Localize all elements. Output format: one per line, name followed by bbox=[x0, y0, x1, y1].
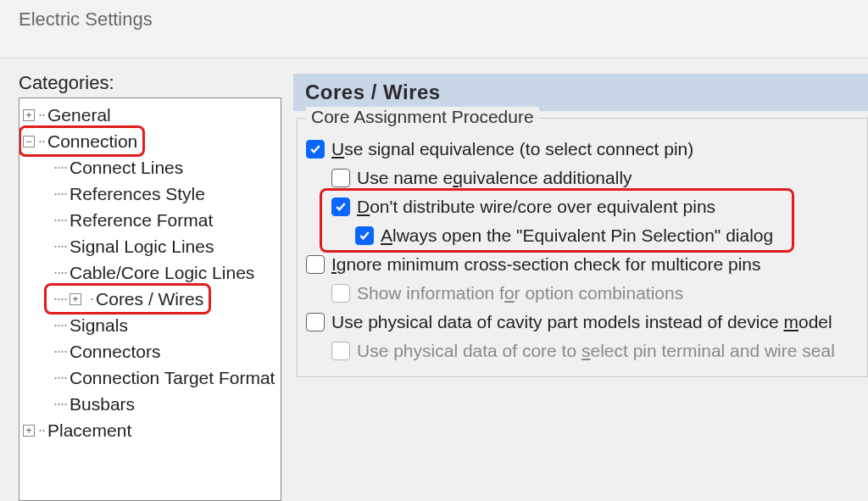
tree-item-connection-target-format[interactable]: ····Connection Target Format bbox=[48, 365, 281, 391]
tree-item-label: Reference Format bbox=[70, 210, 213, 231]
option-always[interactable]: Always open the "Equivalent Pin Selectio… bbox=[355, 225, 859, 246]
tree-item-label: Connect Lines bbox=[70, 158, 183, 178]
tree-item-label: Connection Target Format bbox=[70, 368, 275, 388]
categories-label: Categories: bbox=[19, 72, 281, 94]
option-label: Ignore minimum cross-section check for m… bbox=[331, 254, 761, 275]
option-label: Always open the "Equivalent Pin Selectio… bbox=[381, 225, 773, 246]
option-name_eq[interactable]: Use name equivalence additionally bbox=[331, 168, 859, 188]
tree-item-label: Cable/Core Logic Lines bbox=[70, 263, 254, 283]
tree-item-label: Signal Logic Lines bbox=[70, 237, 214, 257]
expand-icon[interactable] bbox=[70, 293, 81, 305]
tree-item-connect-lines[interactable]: ····Connect Lines bbox=[48, 154, 281, 181]
option-use_phys[interactable]: Use physical data of cavity part models … bbox=[306, 312, 859, 332]
tree-item-signals[interactable]: ····Signals bbox=[48, 312, 281, 338]
group-label: Core Assignment Procedure bbox=[306, 107, 539, 127]
panel-title: Cores / Wires bbox=[293, 74, 868, 111]
tree-item-cores-wires[interactable]: ·····Cores / Wires bbox=[48, 286, 281, 312]
checkbox-icon[interactable] bbox=[306, 313, 325, 331]
categories-tree[interactable]: ··General··Connection····Connect Lines··… bbox=[19, 97, 281, 501]
tree-item-label: References Style bbox=[70, 184, 205, 204]
window-title: Electric Settings bbox=[0, 0, 868, 58]
tree-item-label: Signals bbox=[70, 315, 128, 336]
dialog-body: Categories: ··General··Connection····Con… bbox=[0, 58, 868, 501]
checkbox-icon[interactable] bbox=[306, 255, 325, 274]
tree-item-cable-core-logic-lines[interactable]: ····Cable/Core Logic Lines bbox=[48, 259, 281, 286]
option-label: Show information for option combinations bbox=[357, 283, 683, 303]
option-use_core: Use physical data of core to select pin … bbox=[331, 341, 859, 361]
option-label: Use name equivalence additionally bbox=[357, 168, 632, 188]
tree-item-label: General bbox=[47, 105, 111, 125]
option-show_inf: Show information for option combinations bbox=[331, 283, 859, 303]
checkbox-icon bbox=[331, 342, 350, 360]
tree-item-references-style[interactable]: ····References Style bbox=[48, 181, 281, 207]
checkbox-checked-icon[interactable] bbox=[355, 226, 374, 245]
collapse-icon[interactable] bbox=[23, 136, 35, 148]
tree-item-reference-format[interactable]: ····Reference Format bbox=[48, 207, 281, 233]
option-no_dist[interactable]: Don't distribute wire/core over equivale… bbox=[331, 197, 859, 217]
core-assignment-group: Core Assignment Procedure Use signal equ… bbox=[297, 118, 868, 377]
checkbox-icon bbox=[331, 284, 350, 303]
option-label: Don't distribute wire/core over equivale… bbox=[357, 197, 715, 217]
option-label: Use physical data of core to select pin … bbox=[357, 341, 835, 361]
tree-item-label: Cores / Wires bbox=[96, 289, 203, 309]
tree-item-general[interactable]: ··General bbox=[23, 102, 281, 128]
tree-item-label: Connection bbox=[47, 131, 137, 152]
tree-item-placement[interactable]: ··Placement bbox=[23, 417, 281, 443]
option-ign_min[interactable]: Ignore minimum cross-section check for m… bbox=[306, 254, 859, 275]
checkbox-checked-icon[interactable] bbox=[331, 198, 350, 216]
checkbox-checked-icon[interactable] bbox=[306, 140, 325, 159]
tree-item-label: Busbars bbox=[70, 394, 135, 415]
categories-panel: Categories: ··General··Connection····Con… bbox=[19, 72, 281, 501]
tree-item-label: Placement bbox=[47, 420, 131, 441]
expand-icon[interactable] bbox=[23, 109, 35, 121]
tree-item-signal-logic-lines[interactable]: ····Signal Logic Lines bbox=[48, 233, 281, 259]
option-label: Use signal equivalence (to select connec… bbox=[331, 139, 693, 159]
settings-panel: Cores / Wires Core Assignment Procedure … bbox=[293, 72, 868, 501]
checkbox-icon[interactable] bbox=[331, 169, 350, 187]
option-sig_eq[interactable]: Use signal equivalence (to select connec… bbox=[306, 139, 859, 159]
tree-item-busbars[interactable]: ····Busbars bbox=[48, 391, 281, 417]
tree-item-connection[interactable]: ··Connection bbox=[23, 128, 281, 154]
expand-icon[interactable] bbox=[23, 425, 35, 437]
tree-item-label: Connectors bbox=[70, 342, 160, 362]
option-label: Use physical data of cavity part models … bbox=[331, 312, 832, 332]
tree-item-connectors[interactable]: ····Connectors bbox=[48, 338, 281, 365]
